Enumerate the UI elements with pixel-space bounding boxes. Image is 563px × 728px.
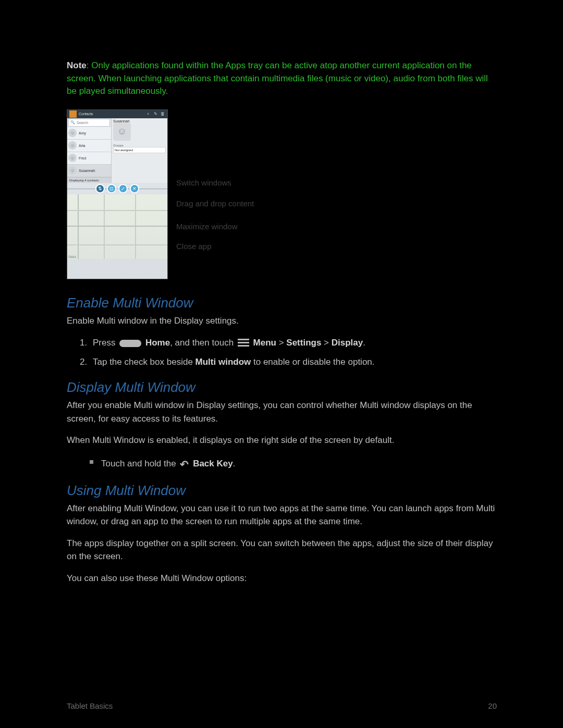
list-footer: Displaying 4 contacts xyxy=(67,177,111,183)
switch-windows-icon: ⇅ xyxy=(95,184,105,193)
note-label: Note xyxy=(67,60,87,70)
callout-drag: Drag and drop content xyxy=(176,199,254,208)
contact-row: Fred xyxy=(79,156,86,160)
search-placeholder: Search xyxy=(77,121,88,125)
display-p1: After you enable Multi window in Display… xyxy=(67,399,497,425)
close-app-icon: ✕ xyxy=(130,184,139,193)
callout-max: Maximize window xyxy=(176,222,238,231)
multiwindow-screenshot: Contacts + ✎ 🗑 🔍Search ☺Amy ☺Aria ☺Fred … xyxy=(67,109,168,279)
menu-icon xyxy=(238,339,249,348)
detail-name: Susannah xyxy=(113,119,166,123)
edit-icon: ✎ xyxy=(153,112,158,117)
display-p2: When Multi Window is enabled, it display… xyxy=(67,434,497,447)
note-block: Note: Only applications found within the… xyxy=(67,59,497,98)
app-title: Contacts xyxy=(79,112,143,116)
callout-close: Close app xyxy=(176,242,212,251)
using-p1: After enabling Multi Window, you can use… xyxy=(67,502,497,528)
home-key-icon xyxy=(119,340,141,347)
group-value: Not assigned xyxy=(113,147,166,153)
footer-section: Tablet Basics xyxy=(67,701,113,710)
using-p3: You can also use these Multi Window opti… xyxy=(67,572,497,585)
contact-row: Aria xyxy=(79,144,85,147)
note-text: : Only applications found within the App… xyxy=(67,60,488,96)
drag-content-icon: ⊡ xyxy=(107,184,116,193)
delete-icon: 🗑 xyxy=(160,112,165,117)
search-icon: 🔍 xyxy=(70,120,75,125)
page-number: 20 xyxy=(488,701,497,710)
contact-row: Amy xyxy=(79,131,86,135)
map-pane: ©2014 xyxy=(67,194,167,259)
avatar: ☺ xyxy=(113,123,131,141)
contact-row: Susannah xyxy=(79,169,95,172)
using-p2: The apps display together on a split scr… xyxy=(67,537,497,563)
heading-enable: Enable Multi Window xyxy=(67,295,497,311)
callout-switch: Switch windows xyxy=(176,178,231,188)
enable-step-2: Tap the check box beside Multi window to… xyxy=(90,355,497,370)
heading-display: Display Multi Window xyxy=(67,379,497,396)
back-key-icon: ↶ xyxy=(180,455,189,473)
heading-using: Using Multi Window xyxy=(67,483,497,499)
maximize-icon: ⤢ xyxy=(118,184,128,193)
enable-step-1: Press Home, and then touch Menu > Settin… xyxy=(90,336,497,351)
enable-intro: Enable Multi window in the Display setti… xyxy=(67,314,497,328)
display-bullet: Touch and hold the ↶ Back Key. xyxy=(90,455,497,473)
add-contact-icon: + xyxy=(145,112,151,117)
